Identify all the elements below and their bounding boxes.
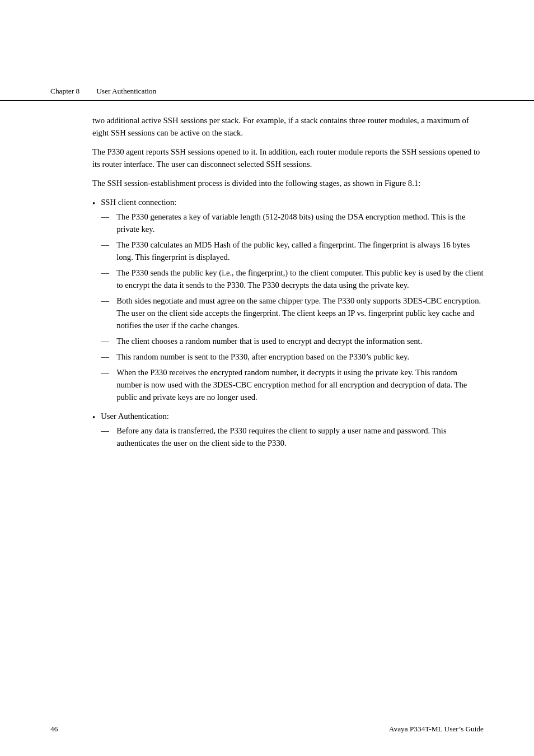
sub-list-item: — The P330 generates a key of variable l… [101, 211, 484, 235]
bullet-label-2: User Authentication: [101, 412, 169, 421]
dash-icon: — [101, 335, 111, 347]
bullet-dot-icon: • [92, 197, 95, 209]
page-content: two additional active SSH sessions per s… [0, 101, 534, 493]
chapter-label: Chapter 8 [50, 87, 79, 96]
sub-item-text: Before any data is transferred, the P330… [116, 424, 484, 449]
sub-item-text: The P330 calculates an MD5 Hash of the p… [116, 239, 484, 263]
sub-item-text: The P330 generates a key of variable len… [116, 211, 484, 235]
dash-icon: — [101, 366, 111, 379]
sub-list-2: — Before any data is transferred, the P3… [101, 424, 484, 449]
sub-list-item: — The client chooses a random number tha… [101, 335, 484, 347]
sub-item-text: Both sides negotiate and must agree on t… [116, 295, 484, 332]
sub-item-text: The client chooses a random number that … [116, 335, 484, 347]
list-item: • User Authentication: — Before any data… [92, 410, 484, 452]
sub-list-item: — This random number is sent to the P330… [101, 351, 484, 363]
paragraph-1: two additional active SSH sessions per s… [92, 114, 484, 139]
sub-list-item: — Both sides negotiate and must agree on… [101, 295, 484, 332]
bullet-content: SSH client connection: — The P330 genera… [101, 196, 484, 407]
dash-icon: — [101, 351, 111, 363]
sub-list-item: — When the P330 receives the encrypted r… [101, 366, 484, 403]
dash-icon: — [101, 267, 111, 279]
bullet-content: User Authentication: — Before any data i… [101, 410, 484, 452]
sub-list-item: — Before any data is transferred, the P3… [101, 424, 484, 449]
sub-list-item: — The P330 calculates an MD5 Hash of the… [101, 239, 484, 263]
page-number: 46 [50, 725, 58, 734]
dash-icon: — [101, 424, 111, 437]
bullet-dot-icon: • [92, 411, 95, 423]
page-header: Chapter 8 User Authentication [0, 0, 534, 101]
main-bullet-list: • SSH client connection: — The P330 gene… [92, 196, 484, 452]
dash-icon: — [101, 295, 111, 307]
sub-list-item: — The P330 sends the public key (i.e., t… [101, 267, 484, 291]
page: Chapter 8 User Authentication two additi… [0, 0, 534, 756]
sub-list-1: — The P330 generates a key of variable l… [101, 211, 484, 403]
bullet-label-1: SSH client connection: [101, 198, 176, 207]
book-title: Avaya P334T-ML User’s Guide [389, 725, 484, 734]
dash-icon: — [101, 239, 111, 251]
section-title: User Authentication [96, 87, 156, 96]
list-item: • SSH client connection: — The P330 gene… [92, 196, 484, 407]
sub-item-text: The P330 sends the public key (i.e., the… [116, 267, 484, 291]
sub-item-text: When the P330 receives the encrypted ran… [116, 366, 484, 403]
paragraph-2: The P330 agent reports SSH sessions open… [92, 146, 484, 170]
sub-item-text: This random number is sent to the P330, … [116, 351, 484, 363]
dash-icon: — [101, 211, 111, 223]
paragraph-3: The SSH session-establishment process is… [92, 177, 484, 189]
page-footer: 46 Avaya P334T-ML User’s Guide [0, 725, 534, 734]
